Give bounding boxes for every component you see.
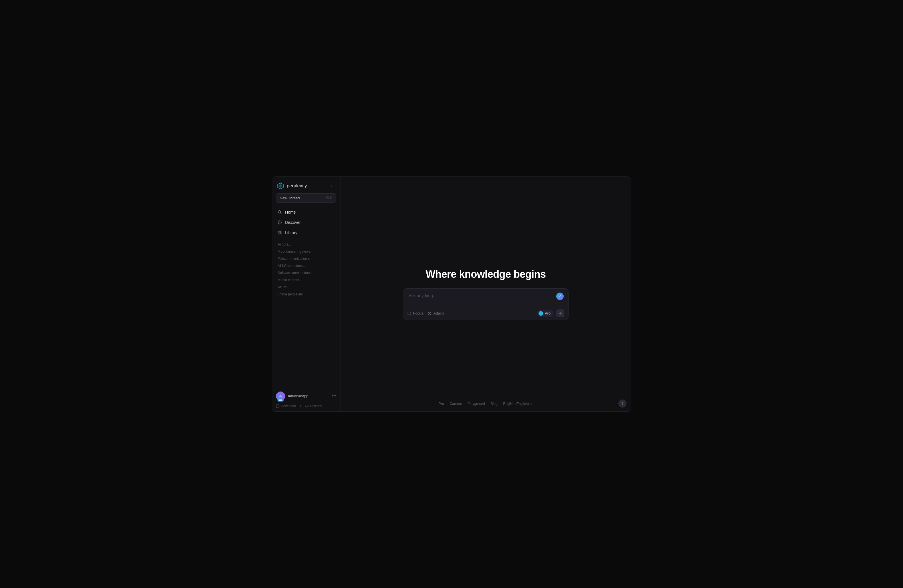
twitter-link[interactable]: X: [299, 404, 302, 408]
pro-dot: [538, 311, 543, 316]
hero-title: Where knowledge begins: [426, 268, 546, 280]
shortcut-cmd: ⌘: [326, 196, 329, 200]
x-icon: X: [299, 404, 302, 408]
main-content: Where knowledge begins ✓ Focus: [340, 177, 631, 411]
footer-link-playground[interactable]: Playground: [467, 402, 485, 406]
app-window: perplexity ← New Thread ⌘ K Home: [272, 177, 631, 412]
pro-badge: pro: [278, 398, 284, 401]
footer-link-blog[interactable]: Blog: [491, 402, 497, 406]
user-row: A pro adrianknapp: [276, 392, 336, 401]
discord-icon: [305, 405, 308, 408]
search-box: ✓ Focus: [403, 288, 568, 320]
svg-point-0: [278, 210, 281, 213]
svg-point-5: [334, 395, 335, 396]
download-link[interactable]: Download: [276, 404, 296, 408]
list-item[interactable]: Mountaineering news: [274, 248, 338, 255]
collapse-sidebar-button[interactable]: ←: [329, 182, 336, 190]
username: adrianknapp: [288, 394, 308, 398]
avatar: A pro: [276, 392, 285, 401]
new-thread-button[interactable]: New Thread ⌘ K: [276, 193, 336, 203]
user-avatar-indicator: ✓: [556, 293, 564, 300]
logo-text: perplexity: [287, 183, 307, 188]
submit-button[interactable]: [556, 309, 564, 317]
svg-rect-6: [276, 405, 279, 408]
svg-rect-3: [279, 231, 280, 234]
download-icon: [276, 405, 279, 408]
focus-icon: [407, 311, 411, 315]
svg-rect-2: [278, 231, 279, 234]
gear-icon: [332, 393, 336, 398]
hero-section: Where knowledge begins ✓ Focus: [397, 268, 574, 320]
arrow-right-icon: [558, 311, 562, 315]
sidebar-item-library[interactable]: Library: [274, 228, 338, 238]
list-item[interactable]: Telecommunication s...: [274, 255, 338, 262]
sidebar-links: Download X Discord: [276, 404, 336, 408]
focus-button[interactable]: Focus: [407, 311, 423, 315]
attach-icon: [428, 311, 431, 315]
perplexity-logo-icon: [277, 182, 285, 190]
user-info: A pro adrianknapp: [276, 392, 308, 401]
footer-link-careers[interactable]: Careers: [450, 402, 462, 406]
list-item[interactable]: AI Infrastructure...: [274, 262, 338, 269]
checkmark-icon: ✓: [558, 294, 562, 298]
search-toolbar: Focus Attach Pro: [403, 307, 568, 320]
footer-language-selector[interactable]: English (English): [503, 402, 533, 406]
discover-label: Discover: [285, 220, 300, 225]
library-label: Library: [285, 230, 297, 235]
search-icon: [277, 210, 282, 215]
shortcut-key: K: [330, 196, 332, 200]
list-item[interactable]: Software architecture...: [274, 270, 338, 276]
list-item[interactable]: Azure I...: [274, 284, 338, 290]
nav-items: Home Discover: [272, 207, 340, 238]
library-section: Ai bots... Mountaineering news Telecommu…: [272, 240, 340, 298]
attach-button[interactable]: Attach: [428, 311, 444, 315]
footer: Pro Careers Playground Blog English (Eng…: [340, 402, 631, 406]
sidebar-top: perplexity ←: [272, 177, 340, 193]
home-label: Home: [285, 210, 296, 215]
sidebar-bottom: A pro adrianknapp Downlo: [272, 388, 340, 411]
sidebar-item-home[interactable]: Home: [274, 207, 338, 217]
footer-link-pro[interactable]: Pro: [439, 402, 444, 406]
compass-icon: [277, 220, 282, 225]
pro-label: Pro: [545, 311, 551, 315]
list-item[interactable]: Ai bots...: [274, 241, 338, 248]
pro-toggle[interactable]: Pro: [537, 310, 554, 317]
library-items: Ai bots... Mountaineering news Telecommu…: [274, 241, 338, 298]
sidebar-item-discover[interactable]: Discover: [274, 218, 338, 227]
sidebar: perplexity ← New Thread ⌘ K Home: [272, 177, 340, 411]
new-thread-label: New Thread: [280, 196, 300, 200]
search-input[interactable]: [408, 293, 563, 303]
logo: perplexity: [277, 182, 307, 190]
library-icon: [277, 230, 282, 235]
list-item[interactable]: Media content...: [274, 277, 338, 284]
chevron-down-icon: [530, 402, 533, 405]
settings-button[interactable]: [332, 393, 336, 399]
list-item[interactable]: I have perplexity...: [274, 291, 338, 298]
help-button[interactable]: ?: [618, 400, 626, 408]
discord-link[interactable]: Discord: [305, 404, 322, 408]
svg-rect-4: [280, 231, 282, 234]
